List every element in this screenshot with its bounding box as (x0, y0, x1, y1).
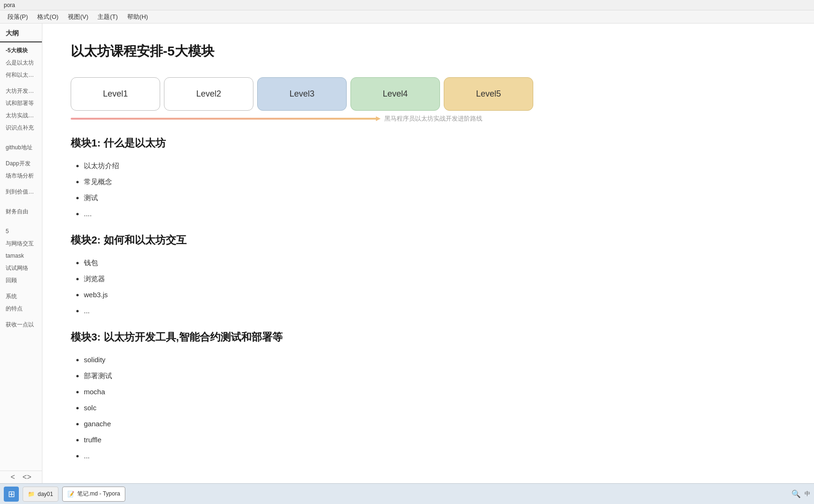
sidebar-item-outline-24[interactable]: 的特点 (0, 302, 42, 315)
level-container: Level1 Level2 Level3 Level4 Level5 (71, 77, 776, 111)
search-icon[interactable]: 🔍 (791, 489, 801, 498)
level-box-1: Level1 (71, 77, 160, 111)
sidebar-item-outline-4[interactable]: 大坊开发工具 (0, 85, 42, 97)
sidebar-item-outline-17[interactable] (0, 221, 42, 225)
sidebar-divider-1 (0, 81, 42, 85)
progress-arrow: 黑马程序员以太坊实战开发进阶路线 (71, 114, 776, 123)
list-item: 常见概念 (84, 174, 776, 190)
typora-label: 笔记.md - Typora (77, 490, 120, 498)
sidebar-item-outline-11[interactable]: Dapp开发 (0, 157, 42, 170)
list-item: 浏览器 (84, 271, 776, 287)
sidebar-item-outline-1[interactable]: -5大模块 (0, 44, 42, 57)
menu-bar: 段落(P) 格式(O) 视图(V) 主题(T) 帮助(H) (0, 10, 814, 24)
menu-view[interactable]: 视图(V) (64, 12, 92, 22)
list-item: solc (84, 400, 776, 416)
sidebar-prev-btn[interactable]: < (10, 473, 15, 481)
sidebar-item-outline-8[interactable] (0, 138, 42, 141)
list-item: ... (84, 448, 776, 464)
sidebar-divider-4 (0, 198, 42, 202)
sidebar-divider-5 (0, 286, 42, 290)
sidebar-divider-2 (0, 134, 42, 138)
list-item: 部署测试 (84, 368, 776, 384)
folder-label: day01 (38, 491, 53, 497)
level-box-4: Level4 (350, 77, 440, 111)
sidebar-item-outline-18[interactable]: 5 (0, 225, 42, 237)
menu-theme[interactable]: 主题(T) (94, 12, 122, 22)
sidebar-code-btn[interactable]: <> (23, 473, 32, 481)
sidebar-item-outline-19[interactable]: 与网络交互 (0, 237, 42, 250)
level-box-5: Level5 (444, 77, 533, 111)
level-box-3: Level3 (257, 77, 347, 111)
list-item: truffle (84, 432, 776, 448)
language-indicator: 中 (805, 490, 810, 498)
sidebar-item-outline-15[interactable]: 财务自由 (0, 205, 42, 218)
page-title: 以太坊课程安排-5大模块 (71, 42, 776, 60)
sidebar-item-outline-6[interactable]: 太坊实战项目 (0, 109, 42, 122)
sidebar-item-outline-5[interactable]: 试和部署等 (0, 97, 42, 109)
sidebar-item-outline-20[interactable]: tamask (0, 250, 42, 262)
progress-line (71, 118, 377, 120)
sidebar-item-outline-12[interactable]: 场市场分析 (0, 170, 42, 182)
progress-label: 黑马程序员以太坊实战开发进阶路线 (384, 114, 482, 123)
list-item: web3.js (84, 287, 776, 303)
section-2-title: 模块2: 如何和以太坊交互 (71, 233, 776, 247)
sidebar-item-outline-13[interactable]: 到到价值互联 (0, 186, 42, 198)
section-3-title: 模块3: 以太坊开发工具,智能合约测试和部署等 (71, 330, 776, 344)
sidebar-item-outline-14[interactable] (0, 202, 42, 205)
sidebar-item-outline-3[interactable]: 何和以太坊交 (0, 69, 42, 81)
sidebar-bottom-nav: < <> (0, 471, 42, 483)
list-item: mocha (84, 384, 776, 400)
title-bar-text: pora (4, 2, 15, 8)
section-1-list: 以太坊介绍 常见概念 测试 .... (71, 158, 776, 222)
sidebar-item-outline-21[interactable]: 试试网络 (0, 262, 42, 274)
sidebar-item-outline-10[interactable] (0, 154, 42, 157)
list-item: 钱包 (84, 255, 776, 271)
list-item: ganache (84, 416, 776, 432)
menu-help[interactable]: 帮助(H) (123, 12, 152, 22)
title-bar: pora (0, 0, 814, 10)
sidebar-item-outline-25[interactable]: 获收一点以 (0, 318, 42, 331)
folder-icon: 📁 (28, 491, 35, 497)
level-boxes: Level1 Level2 Level3 Level4 Level5 (71, 77, 776, 111)
list-item: .... (84, 206, 776, 222)
sidebar-divider-3 (0, 182, 42, 186)
section-2-list: 钱包 浏览器 web3.js ... (71, 255, 776, 319)
sidebar-item-outline-23[interactable]: 系统 (0, 290, 42, 302)
section-3-list: solidity 部署测试 mocha solc ganache truffle… (71, 352, 776, 464)
sidebar-item-outline-22[interactable]: 回顾 (0, 274, 42, 286)
typora-icon: 📝 (67, 491, 74, 497)
sidebar-divider-6 (0, 315, 42, 318)
taskbar-right: 🔍 中 (791, 489, 810, 498)
list-item: ... (84, 303, 776, 319)
level-box-2: Level2 (164, 77, 253, 111)
menu-paragraph[interactable]: 段落(P) (4, 12, 32, 22)
section-1-title: 模块1: 什么是以太坊 (71, 136, 776, 150)
list-item: solidity (84, 352, 776, 368)
sidebar-header: 大纲 (0, 24, 42, 42)
taskbar: ⊞ 📁 day01 📝 笔记.md - Typora 🔍 中 (0, 483, 814, 504)
app-body: 大纲 -5大模块 么是以太坊 何和以太坊交 大坊开发工具 试和部署等 太坊实战项… (0, 24, 814, 483)
sidebar-item-outline-7[interactable]: 识识点补充 (0, 122, 42, 134)
taskbar-folder-btn[interactable]: 📁 day01 (23, 487, 58, 502)
sidebar-item-outline-9[interactable]: github地址 (0, 141, 42, 154)
taskbar-typora-btn[interactable]: 📝 笔记.md - Typora (62, 487, 125, 502)
menu-format[interactable]: 格式(O) (33, 12, 62, 22)
list-item: 测试 (84, 190, 776, 206)
sidebar-item-outline-2[interactable]: 么是以太坊 (0, 57, 42, 69)
sidebar-item-outline-16[interactable] (0, 218, 42, 221)
sidebar: 大纲 -5大模块 么是以太坊 何和以太坊交 大坊开发工具 试和部署等 太坊实战项… (0, 24, 42, 483)
list-item: 以太坊介绍 (84, 158, 776, 174)
windows-icon[interactable]: ⊞ (4, 487, 19, 502)
sidebar-scroll[interactable]: 大纲 -5大模块 么是以太坊 何和以太坊交 大坊开发工具 试和部署等 太坊实战项… (0, 24, 42, 471)
main-content: 以太坊课程安排-5大模块 Level1 Level2 Level3 Level4… (42, 24, 814, 483)
